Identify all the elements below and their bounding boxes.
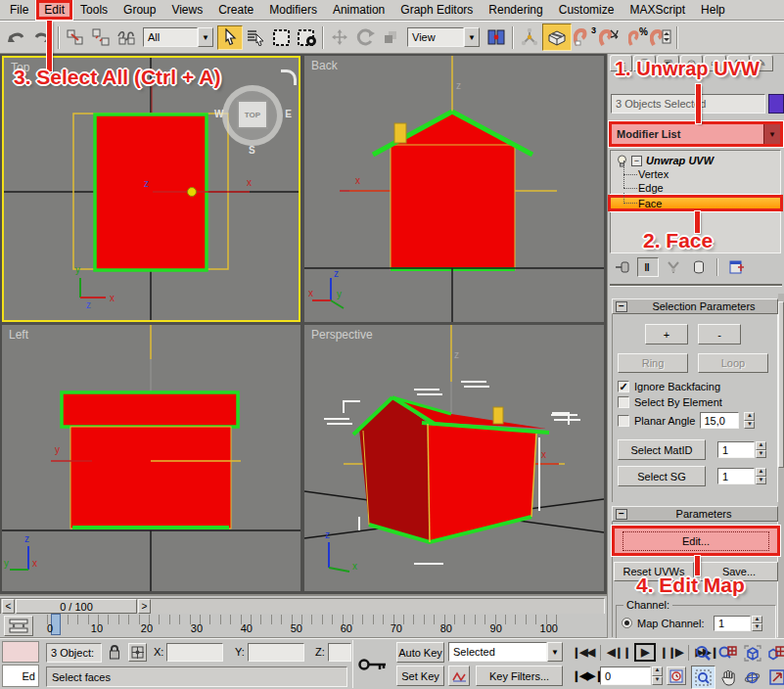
coordsys-dropdown[interactable]: View ▼ xyxy=(407,27,480,47)
stack-item-face[interactable]: Face xyxy=(611,195,780,211)
ignore-backfacing-checkbox[interactable]: ✓ xyxy=(618,381,629,392)
sg-spinner[interactable]: ▲▼ xyxy=(756,468,766,484)
time-slider-handle[interactable]: 0 / 100 xyxy=(16,599,137,614)
previous-frame-button[interactable]: ◀❙❙ xyxy=(603,644,634,661)
menu-item-maxscript[interactable]: MAXScript xyxy=(622,1,693,19)
menu-item-customize[interactable]: Customize xyxy=(551,1,623,19)
selection-parameters-header[interactable]: − Selection Parameters xyxy=(612,299,778,314)
planar-angle-field[interactable]: 15,0 xyxy=(700,412,739,429)
select-matid-button[interactable]: Select MatID xyxy=(618,439,706,460)
menu-item-file[interactable]: File xyxy=(2,1,36,19)
scrollbar-thumb[interactable] xyxy=(778,301,784,468)
mini-curve-editor-icon[interactable] xyxy=(4,616,33,636)
map-channel-spinner[interactable]: ▲▼ xyxy=(752,616,762,631)
stack-item-edge[interactable]: Edge xyxy=(611,181,780,195)
play-button[interactable]: ▶ xyxy=(634,643,655,662)
collapse-icon[interactable]: − xyxy=(631,156,642,166)
ring-button[interactable]: Ring xyxy=(618,353,688,373)
collapse-icon[interactable]: − xyxy=(616,509,627,520)
select-and-move-icon[interactable] xyxy=(327,25,352,50)
dropdown-arrow-icon[interactable]: ▼ xyxy=(198,27,213,47)
modifier-list-dropdown[interactable]: Modifier List ▼ xyxy=(609,121,783,147)
auto-key-button[interactable]: Auto Key xyxy=(396,642,444,663)
menu-item-animation[interactable]: Animation xyxy=(325,1,392,19)
zoom-all-icon[interactable] xyxy=(715,641,740,665)
object-name-field[interactable]: 3 Objects Selected xyxy=(611,94,765,114)
menu-item-edit[interactable]: Edit xyxy=(36,0,72,20)
select-and-rotate-icon[interactable] xyxy=(352,25,378,50)
edit-uvws-button[interactable]: Edit... xyxy=(612,526,780,556)
select-object-button[interactable] xyxy=(217,25,243,50)
prev-frame-arrow[interactable]: < xyxy=(2,599,15,614)
pin-stack-icon[interactable] xyxy=(612,257,633,277)
planar-angle-spinner[interactable]: ▲▼ xyxy=(744,412,755,429)
dropdown-arrow-icon[interactable]: ▼ xyxy=(464,27,480,47)
viewcube-south-label[interactable]: S xyxy=(249,145,255,156)
arc-rotate-icon[interactable] xyxy=(740,666,764,689)
loop-button[interactable]: Loop xyxy=(698,353,768,373)
select-sg-button[interactable]: Select SG xyxy=(618,466,706,486)
stack-item-vertex[interactable]: Vertex xyxy=(611,167,780,181)
menu-item-graph-editors[interactable]: Graph Editors xyxy=(392,1,481,19)
go-to-start-button[interactable]: ❙◀◀ xyxy=(568,644,598,661)
viewcube-top-face[interactable]: TOP xyxy=(237,100,268,129)
stack-item-unwrap-uvw[interactable]: − Unwrap UVW xyxy=(611,154,780,167)
menu-item-tools[interactable]: Tools xyxy=(72,1,115,19)
panel-scrollbar[interactable] xyxy=(778,294,784,638)
matid-field[interactable]: 1 xyxy=(717,441,755,458)
selection-set-dropdown[interactable]: Selected ▼ xyxy=(448,642,563,662)
unlink-selection-icon[interactable] xyxy=(88,25,114,50)
maxscript-listener-white[interactable]: Ed xyxy=(2,665,39,687)
current-frame-field[interactable]: 0 xyxy=(600,666,651,685)
remove-modifier-icon[interactable] xyxy=(688,257,710,277)
key-filters-button[interactable]: Key Filters... xyxy=(476,666,563,686)
menu-item-modifiers[interactable]: Modifiers xyxy=(261,1,325,19)
viewcube[interactable]: TOP W E S xyxy=(222,85,283,146)
sg-field[interactable]: 1 xyxy=(717,468,755,484)
absolute-mode-toggle-icon[interactable] xyxy=(128,643,147,662)
undo-icon[interactable] xyxy=(4,25,29,50)
region-zoom-icon[interactable] xyxy=(691,666,715,689)
keyboard-override-toggle-icon[interactable] xyxy=(542,23,572,51)
window-crossing-icon[interactable] xyxy=(294,25,319,50)
select-and-manipulate-icon[interactable] xyxy=(517,25,542,50)
map-channel-field[interactable]: 1 xyxy=(714,616,751,631)
spinner-snap-icon[interactable] xyxy=(648,25,673,50)
zoom-icon[interactable] xyxy=(691,641,715,665)
selection-lock-icon[interactable] xyxy=(108,644,121,663)
default-in-out-tangents-icon[interactable] xyxy=(448,666,470,686)
use-pivot-center-icon[interactable] xyxy=(484,25,509,50)
set-key-button[interactable]: Set Key xyxy=(396,666,444,686)
grow-selection-button[interactable]: + xyxy=(645,324,688,344)
select-by-name-icon[interactable] xyxy=(243,25,268,50)
object-color-swatch[interactable] xyxy=(768,94,784,114)
show-end-result-icon[interactable]: ‖ xyxy=(637,257,659,277)
dropdown-arrow-icon[interactable]: ▼ xyxy=(547,642,563,662)
menu-item-views[interactable]: Views xyxy=(163,1,210,19)
menu-item-help[interactable]: Help xyxy=(693,1,733,19)
percent-snap-icon[interactable]: % xyxy=(623,25,648,50)
x-coordinate-field[interactable] xyxy=(166,643,223,662)
make-unique-icon[interactable] xyxy=(663,257,684,277)
z-coordinate-field[interactable] xyxy=(328,643,351,662)
time-configuration-icon[interactable] xyxy=(667,666,686,685)
menu-item-create[interactable]: Create xyxy=(210,1,261,19)
viewport-left[interactable]: y z y x Left xyxy=(2,325,300,591)
frame-spinner[interactable]: ▲▼ xyxy=(652,666,663,685)
angle-snap-icon[interactable] xyxy=(597,25,623,50)
snaps-toggle-icon[interactable]: 3 xyxy=(572,25,597,50)
select-by-element-checkbox[interactable] xyxy=(618,396,629,408)
next-frame-button[interactable]: ❙❙▶ xyxy=(656,644,687,661)
zoom-extents-all-icon[interactable] xyxy=(764,641,784,665)
parameters-header[interactable]: − Parameters xyxy=(612,506,778,522)
dropdown-arrow-icon[interactable]: ▼ xyxy=(763,124,780,144)
pan-hand-icon[interactable] xyxy=(715,666,740,689)
rectangular-selection-icon[interactable] xyxy=(268,25,294,50)
selection-filter-dropdown[interactable]: All ▼ xyxy=(143,27,213,47)
menu-item-group[interactable]: Group xyxy=(115,1,163,19)
select-and-scale-icon[interactable] xyxy=(378,25,403,50)
lightbulb-icon[interactable] xyxy=(617,155,627,167)
viewcube-west-label[interactable]: W xyxy=(214,109,223,119)
menu-item-rendering[interactable]: Rendering xyxy=(481,1,550,19)
viewport-top[interactable]: z x y x z Top TOP W E S xyxy=(2,56,300,322)
